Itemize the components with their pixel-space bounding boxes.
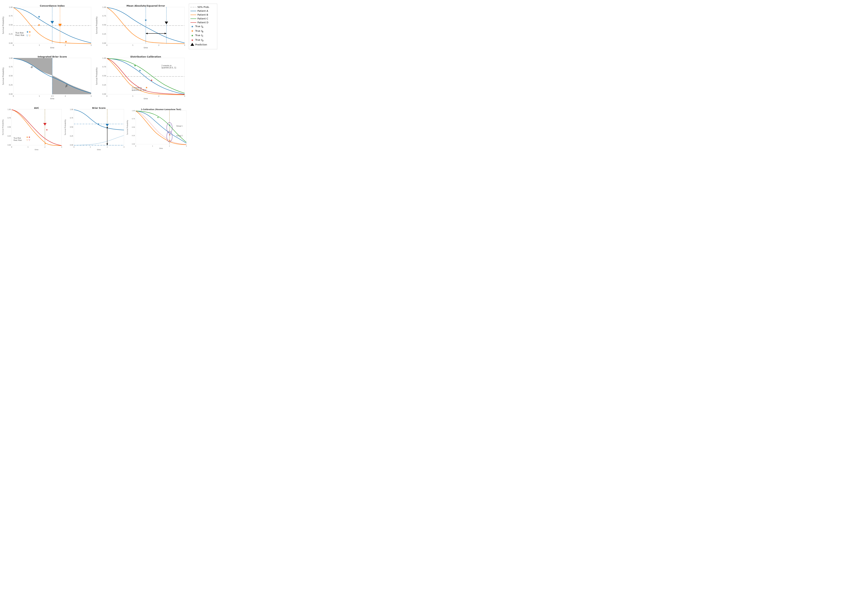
svg-text:0.50: 0.50 xyxy=(132,127,135,128)
legend-item-patient-a: Patient A xyxy=(191,9,215,12)
svg-text:Survival Probability: Survival Probability xyxy=(2,17,4,34)
svg-text:3: 3 xyxy=(184,44,185,46)
svg-text:3: 3 xyxy=(61,146,62,148)
legend-item-true-tb: ★ True tB xyxy=(191,29,215,33)
legend-label-true-td: True tD xyxy=(195,39,203,42)
svg-text:1: 1 xyxy=(39,96,40,97)
svg-text:★: ★ xyxy=(28,136,30,138)
svg-text:★: ★ xyxy=(29,30,31,33)
svg-rect-111 xyxy=(74,109,124,145)
svg-text:▽: ▽ xyxy=(26,34,28,37)
svg-text:0.75: 0.75 xyxy=(8,117,11,119)
svg-text:0.50: 0.50 xyxy=(9,24,12,26)
svg-text:Group 2: Group 2 xyxy=(176,135,182,137)
legend-label-50pct: 50% Prob. xyxy=(197,6,209,8)
svg-text:0: 0 xyxy=(106,96,107,97)
svg-text:Brier Score: Brier Score xyxy=(92,107,105,109)
svg-text:0.25: 0.25 xyxy=(9,84,12,86)
svg-text:0.25: 0.25 xyxy=(70,135,73,137)
svg-text:1-Calibration (Hosmer-Lemeshow: 1-Calibration (Hosmer-Lemeshow Test) xyxy=(141,108,181,110)
svg-text:Concordance Index: Concordance Index xyxy=(40,5,65,7)
star-icon-tb: ★ xyxy=(191,30,194,32)
bottom-row: AUC Survival Probability time 0.00 0.25 … xyxy=(2,104,188,154)
concordance-index-plot: Concordance Index Survival Probability t… xyxy=(2,2,95,52)
svg-text:0: 0 xyxy=(11,146,12,148)
svg-text:▽: ▽ xyxy=(29,34,31,37)
svg-text:★: ★ xyxy=(134,64,136,67)
svg-text:0.00: 0.00 xyxy=(9,42,12,44)
mae-plot: Mean Absolute/Squared Error Survival Pro… xyxy=(95,2,188,52)
legend-item-true-tc: ★ True tC xyxy=(191,34,215,37)
auc-plot: AUC Survival Probability time 0.00 0.25 … xyxy=(2,104,63,154)
svg-text:2 events in: 2 events in xyxy=(161,65,172,66)
svg-text:0.25: 0.25 xyxy=(102,84,106,86)
svg-text:time: time xyxy=(35,148,39,150)
svg-text:0: 0 xyxy=(13,96,14,97)
svg-text:time: time xyxy=(144,97,148,100)
svg-text:★: ★ xyxy=(38,23,40,27)
svg-text:▽: ▽ xyxy=(29,139,30,141)
svg-text:time: time xyxy=(50,97,54,100)
svg-text:1: 1 xyxy=(28,146,28,148)
svg-rect-132 xyxy=(136,110,186,144)
svg-text:2: 2 xyxy=(158,44,159,46)
legend-label-true-tb: True tB xyxy=(195,29,203,33)
svg-text:β: β xyxy=(65,84,68,88)
svg-text:0.00: 0.00 xyxy=(132,143,135,145)
hosmer-lemeshow-plot: 1-Calibration (Hosmer-Lemeshow Test) Sur… xyxy=(127,104,188,154)
svg-text:★: ★ xyxy=(38,15,40,19)
svg-text:1.00: 1.00 xyxy=(70,109,73,110)
legend-item-prediction: Prediction xyxy=(191,43,215,46)
svg-text:Distribution Calibration: Distribution Calibration xyxy=(130,55,161,58)
legend-area: 50% Prob. Patient A Patient B xyxy=(188,2,218,154)
star-icon-td: ★ xyxy=(191,39,194,42)
svg-text:True  Risk: True Risk xyxy=(15,32,24,34)
svg-text:★: ★ xyxy=(157,116,159,119)
svg-text:1.00: 1.00 xyxy=(9,6,12,8)
svg-text:0.75: 0.75 xyxy=(102,15,106,17)
svg-text:time: time xyxy=(97,148,101,150)
svg-text:Group 1: Group 1 xyxy=(176,125,182,127)
star-icon-ta: ★ xyxy=(191,25,194,28)
svg-text:1.00: 1.00 xyxy=(9,57,12,59)
svg-text:1.00: 1.00 xyxy=(8,109,11,110)
svg-text:▽: ▽ xyxy=(26,139,28,141)
svg-text:0.50: 0.50 xyxy=(70,126,73,128)
legend-label-true-ta: True tA xyxy=(195,25,203,28)
svg-marker-159 xyxy=(191,43,194,46)
legend-item-true-td: ★ True tD xyxy=(191,39,215,42)
star-icon-tc: ★ xyxy=(191,34,194,37)
svg-text:1: 1 xyxy=(152,145,153,147)
svg-text:3: 3 xyxy=(91,96,91,97)
svg-text:0.50: 0.50 xyxy=(8,126,11,128)
svg-text:2: 2 xyxy=(44,146,45,148)
svg-text:2 events in: 2 events in xyxy=(132,87,142,89)
svg-text:3: 3 xyxy=(91,44,91,46)
svg-text:2: 2 xyxy=(107,146,108,148)
svg-text:★: ★ xyxy=(98,122,99,125)
svg-text:quantile [0.5, 1]: quantile [0.5, 1] xyxy=(161,67,176,69)
svg-text:0.50: 0.50 xyxy=(102,75,106,77)
brier-score-plot: Brier Score Survival Probability time 0.… xyxy=(64,104,126,154)
legend-label-patient-a: Patient A xyxy=(197,9,208,12)
svg-text:Survival Probability: Survival Probability xyxy=(2,119,4,135)
svg-text:0.50: 0.50 xyxy=(9,75,12,77)
legend-label-patient-c: Patient C xyxy=(197,17,208,20)
svg-text:0.50: 0.50 xyxy=(102,24,106,26)
svg-text:AUC: AUC xyxy=(34,107,39,109)
svg-text:0.00: 0.00 xyxy=(102,42,106,44)
svg-text:★: ★ xyxy=(146,86,148,89)
svg-text:0.25: 0.25 xyxy=(8,135,11,137)
svg-text:1: 1 xyxy=(90,146,91,148)
svg-text:★: ★ xyxy=(26,136,28,138)
svg-text:0.25: 0.25 xyxy=(102,33,106,35)
svg-text:Pred. Risk: Pred. Risk xyxy=(16,34,24,36)
svg-text:★: ★ xyxy=(150,79,153,82)
svg-text:0: 0 xyxy=(13,44,14,46)
svg-text:Survival Probability: Survival Probability xyxy=(64,119,66,135)
svg-text:True  Risk: True Risk xyxy=(13,137,21,139)
legend-item-patient-b: Patient B xyxy=(191,13,215,16)
svg-text:★: ★ xyxy=(144,18,147,22)
svg-text:★: ★ xyxy=(46,128,48,131)
svg-text:1.00: 1.00 xyxy=(102,57,106,59)
